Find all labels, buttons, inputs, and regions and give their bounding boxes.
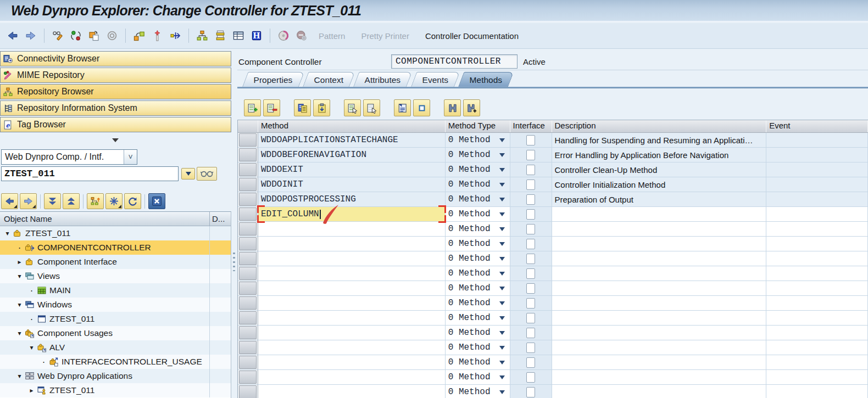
method-type-dropdown[interactable]: 0 Method	[446, 385, 510, 398]
description-cell[interactable]	[552, 296, 767, 311]
row-selector-cell[interactable]	[238, 355, 258, 370]
sidebar-panel-mime-repository[interactable]: MIME Repository	[0, 68, 231, 83]
method-cell[interactable]	[258, 222, 446, 237]
description-cell[interactable]: Error Handling by Application Before Nav…	[552, 148, 767, 162]
method-type-dropdown[interactable]: 0 Method	[446, 162, 510, 177]
refresh-icon[interactable]	[124, 193, 141, 209]
tree-item-ztest-011[interactable]: ▾ZTEST_011	[0, 226, 231, 240]
row-selector-button[interactable]	[239, 311, 257, 324]
method-type-dropdown[interactable]: 0 Method	[446, 311, 510, 326]
description-cell[interactable]	[552, 281, 767, 296]
page-up-icon[interactable]	[63, 193, 80, 209]
event-cell[interactable]	[766, 133, 868, 148]
tab-events[interactable]: Events	[410, 72, 460, 87]
activation-log-icon[interactable]	[276, 29, 291, 43]
interface-checkbox[interactable]	[526, 328, 535, 338]
tab-context[interactable]: Context	[302, 72, 355, 87]
tree-expander-icon[interactable]: ▾	[15, 372, 24, 380]
tree-item-componentcontroller[interactable]: ·COMPONENTCONTROLLER	[0, 240, 231, 255]
description-cell[interactable]: Controller Clean-Up Method	[552, 162, 767, 177]
method-cell[interactable]	[258, 311, 446, 326]
event-cell[interactable]	[766, 296, 868, 311]
interface-checkbox[interactable]	[526, 372, 535, 383]
row-selector-button[interactable]	[239, 193, 257, 206]
row-selector-cell[interactable]	[238, 311, 258, 326]
interface-checkbox[interactable]	[526, 194, 535, 205]
tree-item-alv[interactable]: ▾ALV	[0, 340, 231, 355]
interface-checkbox[interactable]	[526, 343, 535, 353]
row-selector-button[interactable]	[239, 296, 257, 310]
other-object-icon[interactable]	[105, 29, 119, 43]
interface-checkbox[interactable]	[526, 209, 535, 220]
navigation-icon[interactable]	[168, 29, 182, 43]
method-cell[interactable]	[258, 251, 446, 266]
description-cell[interactable]	[552, 355, 767, 370]
controller-documentation-button[interactable]: Controller Documentation	[425, 31, 519, 41]
method-cell[interactable]	[258, 355, 446, 370]
row-selector-button[interactable]	[239, 326, 257, 339]
tree-header[interactable]: Object Name D...	[0, 212, 231, 226]
column-header-event[interactable]: Event	[766, 120, 868, 132]
row-selector-header[interactable]	[238, 120, 258, 132]
event-cell[interactable]	[766, 207, 868, 222]
description-cell[interactable]	[552, 222, 767, 237]
controller-name-field[interactable]: COMPONENTCONTROLLER	[391, 54, 518, 69]
column-header-interface[interactable]: Interface	[510, 120, 552, 132]
row-selector-cell[interactable]	[238, 281, 258, 296]
event-cell[interactable]	[766, 192, 868, 207]
description-cell[interactable]: Handling for Suspending and Resuming an …	[552, 133, 767, 148]
row-selector-cell[interactable]	[238, 177, 258, 192]
method-type-dropdown[interactable]: 0 Method	[446, 133, 510, 148]
copy-rows-icon[interactable]	[294, 99, 311, 116]
wizard-icon[interactable]	[150, 29, 164, 43]
display-object-button[interactable]	[197, 167, 217, 181]
method-type-dropdown[interactable]: 0 Method	[446, 281, 510, 296]
event-cell[interactable]	[766, 266, 868, 281]
description-cell[interactable]	[552, 207, 767, 222]
method-cell[interactable]: WDDOAPPLICATIONSTATECHANGE	[258, 133, 446, 148]
row-selector-button[interactable]	[239, 371, 257, 384]
interface-checkbox[interactable]	[526, 224, 535, 234]
row-selector-cell[interactable]	[238, 340, 258, 355]
column-header-method[interactable]: Method	[258, 120, 446, 132]
tree-expander-icon[interactable]: ▸	[15, 258, 24, 266]
tree-expander-icon[interactable]: ▸	[27, 386, 36, 394]
close-browser-icon[interactable]	[148, 193, 165, 209]
tab-properties[interactable]: Properties	[242, 72, 304, 87]
row-selector-button[interactable]	[239, 148, 257, 161]
table-view-icon[interactable]	[231, 29, 246, 43]
interface-checkbox[interactable]	[526, 150, 535, 160]
interface-checkbox[interactable]	[526, 283, 535, 294]
method-type-dropdown[interactable]: 0 Method	[446, 370, 510, 385]
interface-checkbox[interactable]	[526, 254, 535, 264]
method-cell[interactable]	[258, 296, 446, 311]
asterisk-icon[interactable]	[105, 193, 123, 209]
interface-checkbox[interactable]	[526, 298, 535, 309]
event-cell[interactable]	[766, 237, 868, 251]
method-type-dropdown[interactable]: 0 Method	[446, 266, 510, 281]
method-type-dropdown[interactable]: 0 Method	[446, 192, 510, 207]
sidebar-panel-repository-information-system[interactable]: Repository Information System	[0, 100, 231, 116]
syntax-help-icon[interactable]: H	[249, 29, 264, 43]
method-type-dropdown[interactable]: 0 Method	[446, 296, 510, 311]
tree-item-ztest-011[interactable]: ▸ZTEST_011	[0, 383, 231, 397]
sidebar-panel-repository-browser[interactable]: Repository Browser	[0, 84, 231, 99]
description-cell[interactable]: Controller Initialization Method	[552, 177, 767, 192]
refresh-object-icon[interactable]	[69, 29, 83, 43]
method-cell[interactable]	[258, 266, 446, 281]
row-selector-button[interactable]	[239, 208, 257, 221]
paste-rows-icon[interactable]	[313, 99, 330, 116]
row-selector-button[interactable]	[239, 356, 257, 369]
detail-icon[interactable]	[394, 99, 411, 116]
event-cell[interactable]	[766, 281, 868, 296]
row-selector-cell[interactable]	[238, 326, 258, 340]
object-type-select[interactable]: Web Dynpro Comp. / Intf. ˅	[1, 149, 137, 165]
interface-checkbox[interactable]	[526, 357, 535, 368]
method-type-dropdown[interactable]: 0 Method	[446, 237, 510, 251]
tree-item-main[interactable]: ·MAIN	[0, 283, 231, 298]
description-cell[interactable]	[552, 266, 767, 281]
row-selector-cell[interactable]	[238, 162, 258, 177]
row-selector-button[interactable]	[239, 267, 257, 280]
interface-checkbox[interactable]	[526, 165, 535, 175]
interface-checkbox[interactable]	[526, 239, 535, 249]
